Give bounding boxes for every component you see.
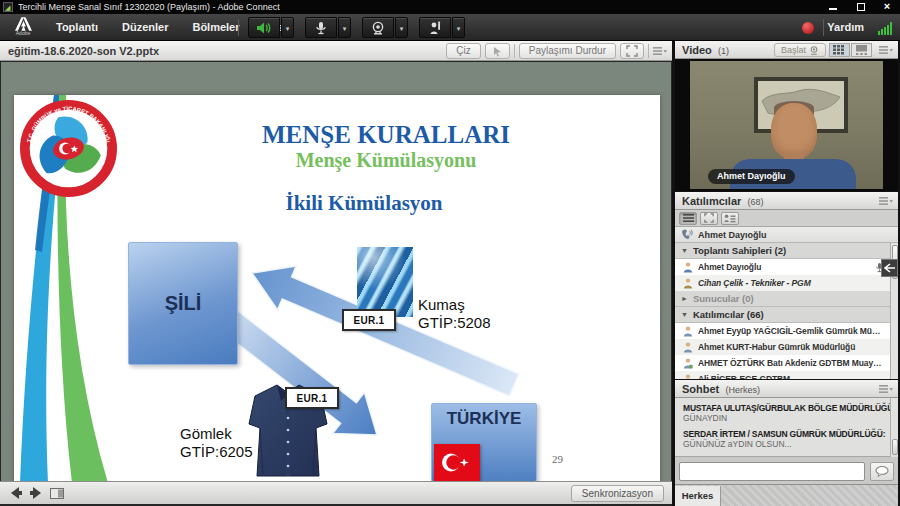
list-view-icon: [683, 214, 694, 222]
signal-strength-icon[interactable]: [878, 22, 892, 35]
collapse-triangle-icon: ▼: [681, 311, 688, 318]
attendee-status-view-icon: [724, 214, 736, 223]
start-webcam-button[interactable]: Başlat: [774, 43, 826, 57]
chat-text: GÜNÜNÜZ aYDIN OLSUN...: [683, 439, 884, 449]
breakout-view-icon: [704, 213, 714, 223]
fabric-image: [357, 247, 413, 317]
attendee-row-participant-4[interactable]: Ali BİÇER-EGE GDTBM: [675, 371, 890, 379]
group-header-participants[interactable]: ▼ Katılımcılar (66): [675, 307, 890, 323]
raise-hand-button[interactable]: [419, 17, 451, 38]
microphone-control: ▾: [305, 17, 351, 38]
chat-input[interactable]: [679, 462, 865, 481]
status-dropdown[interactable]: ▾: [452, 17, 465, 38]
maximize-button[interactable]: [850, 0, 872, 14]
expand-triangle-icon: ►: [681, 295, 688, 302]
speaker-control: ▾: [248, 17, 294, 38]
sync-button[interactable]: Senkronizasyon: [571, 485, 664, 502]
microphone-button[interactable]: [305, 17, 337, 38]
next-slide-button[interactable]: [28, 486, 44, 500]
raise-hand-icon: [428, 21, 442, 35]
video-pod-header: Video (1) Başlat: [675, 41, 898, 59]
menu-item-bolmeler[interactable]: Bölmeler: [180, 14, 251, 41]
fullscreen-button[interactable]: [620, 43, 644, 59]
chat-pod-menu-icon[interactable]: [879, 385, 893, 394]
attendee-row-participant-3[interactable]: AHMET ÖZTÜRK Batı Akdeniz GDTBM Muayene …: [675, 355, 890, 371]
chat-message: MUSTAFA ULUTAŞ/GÜRBULAK BÖLGE MÜDÜRLÜĞÜ:…: [683, 403, 884, 423]
attendee-row-host-2[interactable]: Cihan Çelik - Tekniker - PGM: [675, 275, 890, 291]
share-content-area: T.C. GÜMRÜK ve TİCARET BAKANLIĞI MINISTR…: [1, 62, 671, 481]
video-count: (1): [718, 46, 729, 56]
menu-item-duzenler[interactable]: Düzenler: [110, 14, 180, 41]
chile-label: ŞİLİ: [165, 292, 202, 315]
chat-tab-herkes[interactable]: Herkes: [675, 486, 721, 506]
window-titlebar: ◢ Tercihli Menşe Sanal Sınıf 12302020 (P…: [0, 0, 900, 14]
chat-message-list: MUSTAFA ULUTAŞ/GÜRBULAK BÖLGE MÜDÜRLÜĞÜ:…: [675, 398, 898, 457]
attendee-row-host-1[interactable]: Ahmet Dayıoğlu: [675, 259, 890, 275]
person-badge-icon: [683, 358, 693, 369]
turkish-flag: [434, 444, 480, 481]
webcam-dropdown[interactable]: ▾: [395, 17, 408, 38]
attendees-pod-menu-icon[interactable]: [879, 197, 893, 206]
minimize-button[interactable]: [822, 0, 844, 14]
draw-button[interactable]: Çiz: [446, 43, 480, 59]
webcam-button[interactable]: [362, 17, 394, 38]
group-header-presenters[interactable]: ► Sunucular (0): [675, 291, 890, 307]
pointer-icon: [492, 46, 503, 57]
speaker-button[interactable]: [248, 17, 280, 38]
attendee-list: ▼ Toplantı Sahipleri (2) Ahmet Dayıoğlu …: [675, 243, 890, 379]
menubar: Adobe Toplantı Düzenler Bölmeler Ses ▾ ▾…: [0, 14, 900, 41]
help-button[interactable]: Yardım: [827, 14, 864, 41]
active-speaker-name: Ahmet Dayıoğlu: [698, 230, 767, 240]
chat-input-row: [675, 457, 898, 484]
shirt-name: Gömlek: [180, 425, 253, 443]
close-button[interactable]: ×: [876, 0, 898, 14]
video-pod-menu-icon[interactable]: [879, 46, 893, 55]
start-webcam-icon: [809, 46, 819, 55]
webcam-control: ▾: [362, 17, 408, 38]
share-bottom-bar: Senkronizasyon: [0, 481, 672, 504]
attendees-pod: Katılımcılar (68) Ahmet Dayıoğlu ▼ Topla…: [675, 192, 898, 379]
speaker-video: Ahmet Dayıoğlu: [690, 61, 883, 189]
filmstrip-view-icon: [855, 45, 868, 55]
slide: T.C. GÜMRÜK ve TİCARET BAKANLIĞI MINISTR…: [14, 95, 660, 483]
speaker-dropdown[interactable]: ▾: [281, 17, 294, 38]
share-pod-header: eğitim-18.6.2020-son V2.pptx Çiz Paylaşı…: [0, 41, 672, 61]
adobe-logo-icon[interactable]: Adobe: [4, 16, 42, 39]
collapse-panel-button[interactable]: [881, 259, 898, 277]
menu-item-toplanti[interactable]: Toplantı: [44, 14, 110, 41]
share-pod-title: eğitim-18.6.2020-son V2.pptx: [8, 41, 159, 61]
menubar-divider: [238, 19, 239, 36]
attendees-toolbar: [675, 210, 898, 227]
chat-scope: (Herkes): [725, 385, 760, 395]
grid-view-button[interactable]: [829, 43, 850, 57]
turkey-label: TÜRKİYE: [447, 409, 522, 429]
filmstrip-view-button[interactable]: [851, 43, 872, 57]
attendee-status-view-button[interactable]: [721, 212, 739, 225]
chile-box: ŞİLİ: [128, 242, 238, 365]
list-view-button[interactable]: [679, 212, 697, 225]
speaker-head: [771, 103, 817, 159]
chat-sender: SERDAR İRTEM / SAMSUN GÜMRÜK MÜDÜRLÜĞÜ:: [683, 429, 884, 439]
phone-icon: [681, 229, 693, 240]
breakout-view-button[interactable]: [700, 212, 718, 225]
adobe-connect-window: ◢ Tercihli Menşe Sanal Sınıf 12302020 (P…: [0, 0, 900, 506]
send-message-button[interactable]: [870, 462, 894, 481]
attendee-row-participant-2[interactable]: Ahmet KURT-Habur Gümrük Müdürlüğü: [675, 339, 890, 355]
eur1-bottom-text: EUR.1: [297, 393, 328, 404]
sidebar-panel-icon[interactable]: [50, 488, 64, 499]
microphone-dropdown[interactable]: ▾: [338, 17, 351, 38]
pointer-button[interactable]: [485, 43, 510, 59]
menubar-divider-right: [823, 19, 824, 36]
eur1-label-bottom: EUR.1: [285, 387, 339, 409]
attendee-row-participant-1[interactable]: Ahmet Eyyüp YAĞCIGİL-Gemlik Gümrük Müdür…: [675, 323, 890, 339]
prev-slide-button[interactable]: [8, 486, 24, 500]
video-content: Ahmet Dayıoğlu: [675, 59, 898, 191]
stop-sharing-button[interactable]: Paylaşımı Durdur: [519, 43, 616, 59]
chat-scrollbar[interactable]: [890, 398, 898, 457]
webcam-icon: [371, 21, 385, 35]
adobe-connect-app-icon: ◢: [3, 2, 13, 12]
share-pod-menu-icon[interactable]: [653, 47, 667, 56]
group-header-hosts[interactable]: ▼ Toplantı Sahipleri (2): [675, 243, 890, 259]
grid-view-icon: [833, 45, 846, 55]
share-pod: eğitim-18.6.2020-son V2.pptx Çiz Paylaşı…: [0, 41, 672, 506]
